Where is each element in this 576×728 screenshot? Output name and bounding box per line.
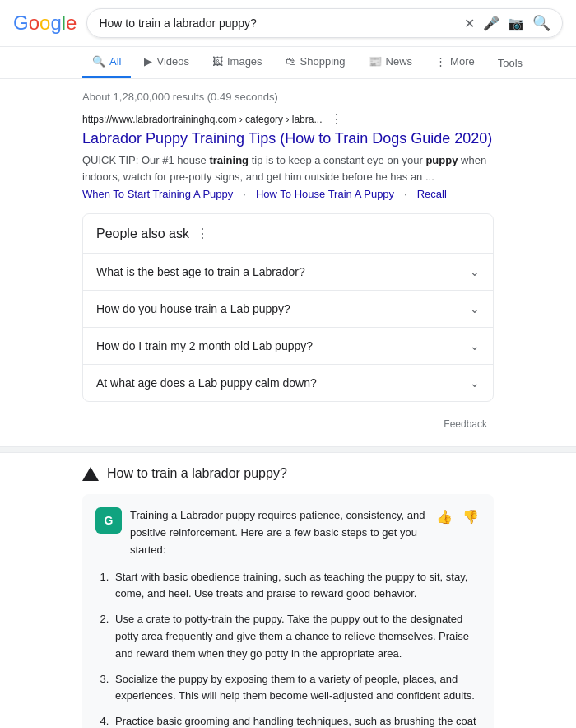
result-1-url-row: https://www.labradortraininghq.com › cat… bbox=[82, 111, 494, 127]
paa-title: People also ask bbox=[96, 226, 189, 241]
paa-question-1[interactable]: What is the best age to train a Labrador… bbox=[83, 254, 493, 291]
ai-section: How to train a labrador puppy? G Trainin… bbox=[0, 453, 576, 728]
tab-shopping-label: Shopping bbox=[300, 55, 346, 68]
tools-button[interactable]: Tools bbox=[488, 49, 532, 77]
tab-more-label: More bbox=[450, 55, 475, 68]
tab-all-label: All bbox=[109, 55, 121, 68]
ai-step-3: Socialize the puppy by exposing them to … bbox=[112, 671, 481, 706]
ai-steps-list: Start with basic obedience training, suc… bbox=[109, 569, 481, 728]
thumbs-down-button[interactable]: 👎 bbox=[461, 507, 481, 526]
thumbs-up-button[interactable]: 👍 bbox=[434, 507, 454, 526]
results-count: About 1,28,00,000 results (0.49 seconds) bbox=[82, 86, 494, 111]
people-also-ask: People also ask ⋮ What is the best age t… bbox=[82, 213, 494, 402]
tab-images[interactable]: 🖼 Images bbox=[202, 47, 272, 78]
tab-shopping[interactable]: 🛍 Shopping bbox=[276, 47, 355, 78]
images-icon: 🖼 bbox=[212, 55, 223, 68]
tab-images-label: Images bbox=[227, 55, 262, 68]
result-1-snippet: QUICK TIP: Our #1 house training tip is … bbox=[82, 152, 494, 184]
shopping-icon: 🛍 bbox=[286, 55, 296, 68]
result-1-links: When To Start Training A Puppy · How To … bbox=[82, 188, 494, 200]
result-1-url: https://www.labradortraininghq.com › cat… bbox=[82, 114, 322, 125]
paa-chevron-1: ⌄ bbox=[470, 265, 480, 278]
paa-chevron-2: ⌄ bbox=[470, 302, 480, 315]
tab-more[interactable]: ⋮ More bbox=[425, 47, 485, 78]
voice-search-icon[interactable]: 🎤 bbox=[483, 16, 499, 31]
ai-triangle-icon bbox=[82, 467, 99, 481]
lens-icon[interactable]: 📷 bbox=[508, 16, 524, 31]
ai-step-4: Practice basic grooming and handling tec… bbox=[112, 713, 481, 728]
paa-header: People also ask ⋮ bbox=[83, 214, 493, 254]
google-logo: Google bbox=[13, 12, 77, 35]
clear-icon[interactable]: ✕ bbox=[464, 16, 475, 31]
result-1-title[interactable]: Labrador Puppy Training Tips (How to Tra… bbox=[82, 128, 494, 149]
news-icon: 📰 bbox=[369, 55, 382, 68]
paa-chevron-3: ⌄ bbox=[470, 339, 480, 352]
tab-news[interactable]: 📰 News bbox=[359, 47, 423, 78]
search-bar: How to train a labrador puppy? ✕ 🎤 📷 🔍 bbox=[86, 8, 563, 38]
tab-videos[interactable]: ▶ Videos bbox=[134, 47, 199, 78]
paa-chevron-4: ⌄ bbox=[470, 376, 480, 390]
ai-step-2: Use a crate to potty-train the puppy. Ta… bbox=[112, 611, 481, 662]
nav-tabs: 🔍 All ▶ Videos 🖼 Images 🛍 Shopping 📰 New… bbox=[0, 47, 576, 79]
ai-question-header: How to train a labrador puppy? bbox=[82, 466, 494, 481]
videos-icon: ▶ bbox=[144, 55, 152, 68]
tab-all[interactable]: 🔍 All bbox=[82, 47, 131, 78]
result-1-options-icon[interactable]: ⋮ bbox=[330, 111, 343, 127]
ai-intro: Training a Labrador puppy requires patie… bbox=[130, 507, 426, 558]
ai-answer-header: G Training a Labrador puppy requires pat… bbox=[95, 507, 481, 558]
search-input[interactable]: How to train a labrador puppy? bbox=[99, 16, 458, 30]
header: Google How to train a labrador puppy? ✕ … bbox=[0, 0, 576, 47]
search-submit-icon[interactable]: 🔍 bbox=[532, 14, 550, 32]
ai-question-text: How to train a labrador puppy? bbox=[107, 466, 287, 481]
paa-question-2[interactable]: How do you house train a Lab puppy? ⌄ bbox=[83, 291, 493, 328]
section-divider bbox=[0, 446, 576, 453]
result-link-1[interactable]: When To Start Training A Puppy bbox=[82, 188, 233, 200]
all-icon: 🔍 bbox=[92, 55, 105, 68]
search-icons: ✕ 🎤 📷 🔍 bbox=[464, 14, 550, 32]
result-link-2[interactable]: How To House Train A Puppy bbox=[256, 188, 394, 200]
feedback-row[interactable]: Feedback bbox=[82, 415, 494, 433]
paa-question-3[interactable]: How do I train my 2 month old Lab puppy?… bbox=[83, 328, 493, 365]
result-link-3[interactable]: Recall bbox=[417, 188, 447, 200]
ai-step-1: Start with basic obedience training, suc… bbox=[112, 569, 481, 604]
search-results: About 1,28,00,000 results (0.49 seconds)… bbox=[0, 79, 576, 446]
tab-videos-label: Videos bbox=[156, 55, 189, 68]
search-result-1: https://www.labradortraininghq.com › cat… bbox=[82, 111, 494, 200]
ai-answer-block: G Training a Labrador puppy requires pat… bbox=[82, 494, 494, 728]
more-icon: ⋮ bbox=[435, 55, 446, 68]
ai-avatar: G bbox=[95, 507, 122, 534]
paa-options-icon[interactable]: ⋮ bbox=[196, 226, 209, 241]
paa-question-4[interactable]: At what age does a Lab puppy calm down? … bbox=[83, 365, 493, 401]
ai-thumbs: 👍 👎 bbox=[434, 507, 481, 526]
tab-news-label: News bbox=[386, 55, 413, 68]
